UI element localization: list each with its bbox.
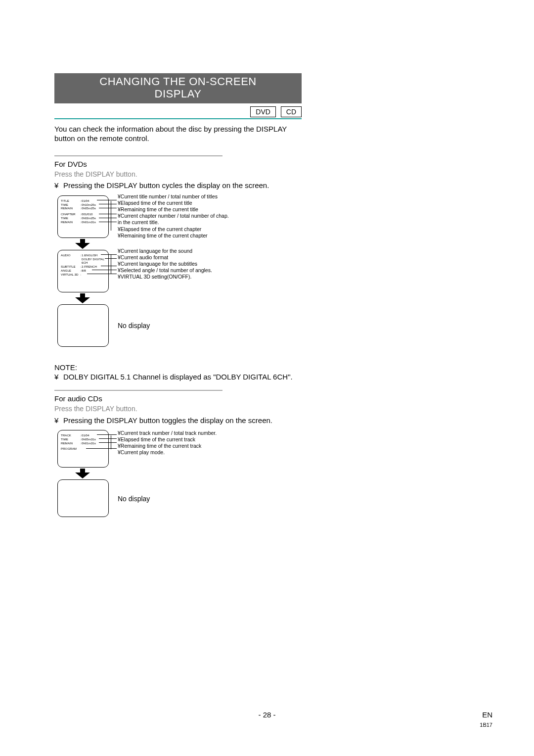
osd-box-empty — [57, 304, 109, 347]
note-heading: NOTE: — [54, 363, 302, 373]
dvd-instruction: Press the DISPLAY button. — [54, 170, 302, 179]
osd-box-2: AUDIO:1.ENGLISH DOLBY DIGITAL 6CH SUBTIT… — [57, 250, 109, 292]
manual-page: CHANGING THE ON-SCREEN DISPLAY DVD CD Yo… — [0, 0, 534, 756]
media-badges: DVD CD — [54, 106, 302, 117]
bullet-mark: ¥ — [54, 416, 63, 425]
arrow-down-icon — [75, 293, 90, 303]
note-text: DOLBY DIGITAL 5.1 Channel is displayed a… — [63, 372, 302, 382]
badge-cd: CD — [281, 106, 302, 117]
note-bullet: ¥ DOLBY DIGITAL 5.1 Channel is displayed… — [54, 372, 302, 382]
annotation: ¥VIRTUAL 3D setting(ON/OFF). — [118, 274, 191, 280]
annotation: ¥Remaining time of the current track — [118, 443, 201, 449]
bullet-text: Pressing the DISPLAY button cycles the d… — [63, 181, 302, 190]
page-code: 1B17 — [480, 721, 492, 728]
note-block: NOTE: ¥ DOLBY DIGITAL 5.1 Channel is dis… — [54, 363, 302, 382]
dvd-heading: For DVDs — [54, 159, 302, 169]
page-lang: EN — [482, 710, 492, 720]
annotation: ¥Current track number / total track numb… — [118, 430, 217, 436]
badge-dvd: DVD — [250, 106, 276, 117]
annotation: ¥Current title number / total number of … — [118, 193, 218, 200]
intro-paragraph: You can check the information about the … — [54, 124, 302, 143]
bullet-mark: ¥ — [54, 181, 63, 190]
annotation: ¥Current language for the subtitles — [118, 261, 197, 267]
annotation: ¥Remaining time of the current chapter — [118, 233, 208, 239]
annotation: ¥Current language for the sound — [118, 248, 192, 254]
no-display-label: No display — [118, 321, 150, 330]
cd-instruction: Press the DISPLAY button. — [54, 404, 302, 413]
annotation: ¥Remaining time of the current title — [118, 206, 198, 213]
title-line-2: DISPLAY — [155, 88, 202, 100]
page-number: - 28 - — [0, 710, 534, 720]
arrow-down-icon — [75, 469, 90, 478]
annotation: ¥Current chapter number / total number o… — [118, 213, 231, 226]
annotation: ¥Elapsed time of the current track — [118, 436, 195, 443]
annotation: ¥Current audio format — [118, 254, 168, 261]
section-title: CHANGING THE ON-SCREEN DISPLAY — [54, 73, 302, 103]
bullet-mark: ¥ — [54, 372, 63, 382]
divider-teal — [54, 118, 302, 119]
divider-grey — [54, 390, 222, 391]
annotation: ¥Selected angle / total number of angles… — [118, 267, 212, 274]
cd-heading: For audio CDs — [54, 394, 302, 404]
bullet-text: Pressing the DISPLAY button toggles the … — [63, 416, 302, 425]
cd-bullet: ¥ Pressing the DISPLAY button toggles th… — [54, 416, 302, 425]
annotation: ¥Elapsed time of the current title — [118, 200, 192, 206]
no-display-label: No display — [118, 494, 150, 503]
dvd-bullet: ¥ Pressing the DISPLAY button cycles the… — [54, 181, 302, 190]
osd-box-cd-empty — [57, 479, 109, 517]
annotation: ¥Current play mode. — [118, 449, 165, 456]
annotation: ¥Elapsed time of the current chapter — [118, 226, 201, 233]
divider-grey — [54, 155, 222, 156]
dvd-diagram: TITLE:01/04 TIME:0h10m25s REMAIN:0h05m25… — [57, 193, 302, 357]
title-line-1: CHANGING THE ON-SCREEN — [99, 75, 256, 88]
arrow-down-icon — [75, 239, 90, 249]
osd-box-cd: TRACK:01/04 TIME:0h05m31s REMAIN:0h01m31… — [57, 430, 109, 468]
cd-diagram: TRACK:01/04 TIME:0h05m31s REMAIN:0h01m31… — [57, 428, 302, 527]
osd-box-1: TITLE:01/04 TIME:0h10m25s REMAIN:0h05m25… — [57, 195, 109, 238]
